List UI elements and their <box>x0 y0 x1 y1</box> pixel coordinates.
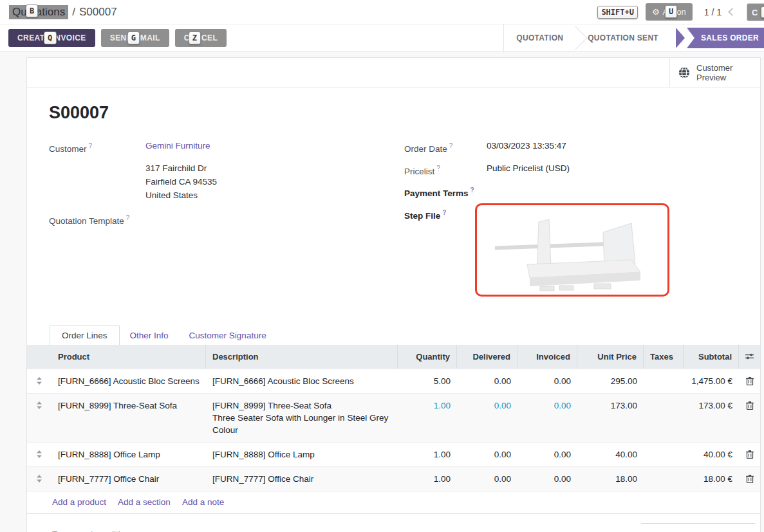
tab-order-lines[interactable]: Order Lines <box>50 326 120 345</box>
cell-quantity[interactable]: 1.00 <box>398 394 457 442</box>
cell-product[interactable]: [FURN_6666] Acoustic Bloc Screens <box>51 369 206 393</box>
pricelist-label: Pricelist <box>404 161 487 178</box>
breadcrumb-separator: / <box>72 6 75 19</box>
cell-invoiced[interactable]: 0.00 <box>517 467 577 491</box>
corner-button-label: C <box>752 8 758 17</box>
cell-delivered[interactable]: 0.00 <box>457 394 517 442</box>
pager-previous-icon[interactable] <box>728 8 736 16</box>
add-note-link[interactable]: Add a note <box>182 497 224 507</box>
totals-block: Total: 1,706.00 € <box>641 523 755 532</box>
delete-row-icon[interactable] <box>739 443 760 466</box>
table-row: [FURN_8888] Office Lamp [FURN_8888] Offi… <box>27 442 760 466</box>
cell-unit-price[interactable]: 295.00 <box>577 369 644 393</box>
customer-preview-label: Customer Preview <box>696 63 741 82</box>
order-date-value[interactable]: 03/03/2023 13:35:47 <box>487 139 566 156</box>
action-menu-button[interactable]: ⚙ Action U <box>646 3 693 21</box>
keyboard-hint-corner <box>761 6 764 18</box>
cell-unit-price[interactable]: 18.00 <box>577 467 644 491</box>
cell-product[interactable]: [FURN_8999] Three-Seat Sofa <box>51 394 206 442</box>
cell-invoiced[interactable]: 0.00 <box>517 369 577 393</box>
table-header-row: Product Description Quantity Delivered I… <box>27 345 760 369</box>
cancel-button[interactable]: CANCEL Z <box>175 29 227 47</box>
field-column-right: Order Date 03/03/2023 13:35:47 Pricelist… <box>404 139 738 302</box>
drag-handle-icon[interactable] <box>27 394 51 442</box>
breadcrumb-section-label: Quotations <box>12 6 65 18</box>
cell-taxes[interactable] <box>644 467 684 491</box>
notebook-tabs: Order Lines Other Info Customer Signatur… <box>27 324 760 345</box>
customer-field-value[interactable]: Gemini Furniture <box>145 139 210 156</box>
cell-product[interactable]: [FURN_7777] Office Chair <box>51 467 206 491</box>
step-file-label: Step File <box>404 206 487 297</box>
customer-preview-button[interactable]: Customer Preview <box>669 58 760 87</box>
terms-placeholder[interactable]: Terms and conditions... <box>52 529 142 532</box>
keyboard-hint-send-email: G <box>127 32 140 44</box>
address-line-3: United States <box>145 188 404 202</box>
drag-handle-icon[interactable] <box>27 369 51 393</box>
globe-icon <box>678 66 691 79</box>
table-add-row: Add a product Add a section Add a note <box>27 491 760 514</box>
cell-quantity[interactable]: 5.00 <box>398 369 457 393</box>
delete-row-icon[interactable] <box>739 369 760 393</box>
header-unit-price: Unit Price <box>577 345 644 369</box>
sheet-footer: Terms and conditions... Total: 1,706.00 … <box>27 514 760 532</box>
topbar-right-controls: SHIFT+U ⚙ Action U 1 / 1 <box>597 3 755 21</box>
cell-description[interactable]: [FURN_8999] Three-Seat Sofa Three Seater… <box>206 394 398 442</box>
pricelist-value[interactable]: Public Pricelist (USD) <box>487 161 570 178</box>
customer-address: 317 Fairchild Dr Fairfield CA 94535 Unit… <box>145 161 404 202</box>
cell-quantity[interactable]: 1.00 <box>398 467 457 491</box>
field-column-left: Customer Gemini Furniture 317 Fairchild … <box>49 139 404 302</box>
keyboard-hint-action: U <box>665 5 677 18</box>
keyboard-hint-create-invoice: Q <box>44 32 57 44</box>
top-navbar: Quotations B / S00007 SHIFT+U ⚙ Action U… <box>0 0 764 24</box>
status-sales-order-active[interactable]: SALES ORDER <box>687 28 764 48</box>
create-invoice-button[interactable]: CREATE INVOICE Q <box>8 29 95 47</box>
order-date-label: Order Date <box>404 139 487 156</box>
cell-description[interactable]: [FURN_6666] Acoustic Bloc Screens <box>206 369 398 393</box>
cell-invoiced[interactable]: 0.00 <box>517 394 577 442</box>
tab-customer-signature[interactable]: Customer Signature <box>179 326 277 345</box>
breadcrumb-record: S00007 <box>79 6 117 19</box>
status-quotation-sent[interactable]: QUOTATION SENT <box>577 33 669 42</box>
drag-handle-icon[interactable] <box>27 467 51 491</box>
cell-unit-price[interactable]: 173.00 <box>577 394 644 442</box>
cell-taxes[interactable] <box>644 443 684 466</box>
cell-taxes[interactable] <box>644 394 684 442</box>
drag-handle-icon[interactable] <box>27 443 51 466</box>
step-file-image[interactable] <box>475 203 669 297</box>
form-sheet: Customer Preview S00007 Customer Gemini … <box>26 57 761 532</box>
send-email-button[interactable]: SEND EMAIL G <box>101 29 169 47</box>
payment-terms-label: Payment Terms <box>404 183 487 200</box>
field-grid: Customer Gemini Furniture 317 Fairchild … <box>49 139 738 302</box>
header-product: Product <box>51 345 206 369</box>
record-title: S00007 <box>49 103 738 123</box>
cell-taxes[interactable] <box>644 369 684 393</box>
cell-description[interactable]: [FURN_8888] Office Lamp <box>206 443 398 466</box>
cell-unit-price[interactable]: 40.00 <box>577 443 644 466</box>
status-separator-icon <box>564 26 588 50</box>
cell-invoiced[interactable]: 0.00 <box>517 443 577 466</box>
pager-counter: 1 / 1 <box>704 7 722 17</box>
button-box: Customer Preview <box>27 58 760 87</box>
table-row: [FURN_6666] Acoustic Bloc Screens [FURN_… <box>27 369 760 393</box>
header-subtotal: Subtotal <box>684 345 739 369</box>
cell-product[interactable]: [FURN_8888] Office Lamp <box>51 443 206 466</box>
delete-row-icon[interactable] <box>739 394 760 442</box>
cell-delivered[interactable]: 0.00 <box>457 369 517 393</box>
breadcrumb: Quotations B / S00007 <box>9 5 117 19</box>
corner-button[interactable]: C <box>747 3 764 21</box>
table-row: [FURN_7777] Office Chair [FURN_7777] Off… <box>27 466 760 491</box>
add-product-link[interactable]: Add a product <box>52 497 106 507</box>
breadcrumb-quotations-link[interactable]: Quotations B <box>9 5 68 19</box>
cell-quantity[interactable]: 1.00 <box>398 443 457 466</box>
add-section-link[interactable]: Add a section <box>118 497 171 507</box>
keyboard-hint-breadcrumb: B <box>26 5 38 17</box>
delete-row-icon[interactable] <box>739 467 760 491</box>
optional-columns-icon[interactable] <box>739 345 760 369</box>
cell-subtotal: 1,475.00 € <box>684 369 739 393</box>
cell-delivered[interactable]: 0.00 <box>457 443 517 466</box>
tab-other-info[interactable]: Other Info <box>120 326 179 345</box>
header-taxes: Taxes <box>644 345 684 369</box>
keyboard-hint-shift-u: SHIFT+U <box>597 6 638 19</box>
cell-delivered[interactable]: 0.00 <box>457 467 517 491</box>
cell-description[interactable]: [FURN_7777] Office Chair <box>206 467 398 491</box>
